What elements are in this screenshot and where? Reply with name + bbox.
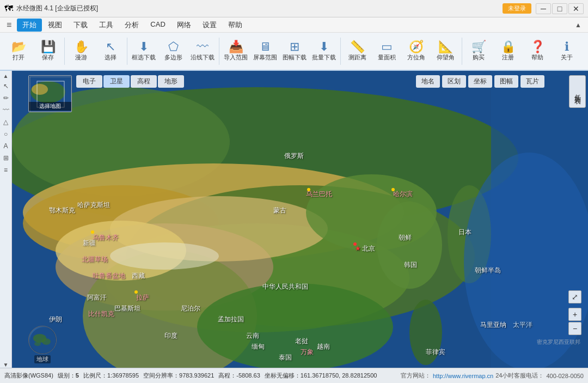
- statusbar-website: 官方网站： http://www.rivermap.cn 24小时客服电话： 4…: [401, 372, 584, 380]
- titlebar: 🗺 水经微图 4.1 [企业版已授权] 未登录 ─ □ ✕: [0, 0, 588, 17]
- menu-item-network[interactable]: 网络: [171, 19, 197, 32]
- toolbar-btn-line-download[interactable]: 〰沿线下载: [188, 35, 217, 67]
- toolbar-btn-polygon[interactable]: ⬠多边形: [159, 35, 187, 67]
- map-right-tab-地名[interactable]: 地名: [416, 75, 440, 88]
- map-type-tabs: 电子卫星高程地形: [76, 75, 184, 88]
- sidebar-tool-circle[interactable]: ○: [1, 129, 11, 139]
- toolbar-btn-about[interactable]: ℹ关于: [553, 35, 581, 67]
- sidebar-scroll-up[interactable]: ▲: [3, 73, 9, 79]
- toolbar-label-measure-dist: 测距离: [348, 54, 366, 61]
- maximize-button[interactable]: □: [552, 3, 567, 14]
- map-right-tab-坐标[interactable]: 坐标: [468, 75, 492, 88]
- toolbar: 📂打开💾保存✋漫游↖选择⬇框选下载⬠多边形〰沿线下载📥导入范围🖥屏幕范围⊞图幅下…: [0, 33, 588, 71]
- sidebar-tool-line[interactable]: 〰: [1, 105, 11, 115]
- menu-item-help[interactable]: 帮助: [223, 19, 248, 32]
- scale-info: 比例尺：1:36978595: [83, 372, 139, 380]
- toolbar-btn-measure-area[interactable]: ▭量面积: [372, 35, 401, 67]
- zoom-out-button[interactable]: −: [568, 322, 581, 335]
- toolbar-icon-pan: ✋: [74, 41, 89, 53]
- toolbar-btn-screen-range[interactable]: 🖥屏幕范围: [251, 35, 279, 67]
- map-type-tab-电子[interactable]: 电子: [76, 75, 102, 88]
- toolbar-label-line-download: 沿线下载: [191, 54, 215, 61]
- service-label: 24小时客服电话：: [495, 372, 544, 380]
- toolbar-btn-select[interactable]: ↖选择: [96, 35, 125, 67]
- minimap-label: 选择地图: [29, 102, 71, 111]
- map-type-tab-高程[interactable]: 高程: [131, 75, 157, 88]
- toolbar-label-frame-width: 图幅下载: [283, 54, 307, 61]
- map-right-tab-瓦片[interactable]: 瓦片: [520, 75, 544, 88]
- toolbar-icon-line-download: 〰: [197, 41, 209, 53]
- sidebar-tool-text[interactable]: A: [1, 141, 11, 151]
- toolbar-label-select: 选择: [105, 54, 117, 61]
- menu-item-analyze[interactable]: 分析: [119, 19, 144, 32]
- map-type-tab-地形[interactable]: 地形: [158, 75, 184, 88]
- sidebar-tool-cursor[interactable]: ↖: [1, 81, 11, 91]
- toolbar-btn-save[interactable]: 💾保存: [34, 35, 62, 67]
- toolbar-btn-register[interactable]: 🔒注册: [494, 35, 522, 67]
- menu-item-start[interactable]: 开始: [17, 19, 42, 32]
- toolbar-btn-azimuth[interactable]: 🧭方位角: [402, 35, 430, 67]
- toolbar-label-about: 关于: [561, 54, 573, 61]
- toolbar-label-azimuth: 方位角: [407, 54, 425, 61]
- toolbar-label-box-download: 框选下载: [132, 54, 156, 61]
- toolbar-icon-box-download: ⬇: [139, 41, 149, 53]
- sidebar-tool-triangle[interactable]: △: [1, 117, 11, 127]
- menu-item-tools[interactable]: 工具: [94, 19, 119, 32]
- menubar: ≡ 开始视图下载工具分析CAD网络设置帮助 ▲: [0, 17, 588, 33]
- toolbar-btn-measure-dist[interactable]: 📏测距离: [343, 35, 371, 67]
- menu-item-view[interactable]: 视图: [42, 19, 68, 32]
- login-button[interactable]: 未登录: [503, 3, 531, 14]
- map-right-tab-区划[interactable]: 区划: [442, 75, 466, 88]
- toolbar-btn-box-download[interactable]: ⬇框选下载: [130, 35, 158, 67]
- toolbar-separator: [127, 38, 127, 65]
- menu-item-settings[interactable]: 设置: [197, 19, 222, 32]
- toolbar-btn-frame-width[interactable]: ⊞图幅下载: [280, 35, 309, 67]
- toolbar-label-help: 帮助: [531, 54, 543, 61]
- toolbar-label-pitch-angle: 仰望角: [437, 54, 455, 61]
- minimap[interactable]: 选择地图: [28, 75, 72, 112]
- globe-minimap[interactable]: 地球: [28, 326, 57, 363]
- toolbar-icon-measure-dist: 📏: [350, 41, 365, 53]
- minimize-button[interactable]: ─: [536, 3, 551, 14]
- toolbar-separator: [462, 38, 462, 65]
- toolbar-icon-screen-range: 🖥: [259, 41, 271, 53]
- map-type-tab-卫星[interactable]: 卫星: [103, 75, 130, 88]
- globe-label: 地球: [34, 355, 51, 363]
- sidebar-tool-layers[interactable]: ≡: [1, 165, 11, 175]
- toolbar-btn-pitch-angle[interactable]: 📐仰望角: [431, 35, 460, 67]
- image-info: 高清影像(WGS84): [4, 372, 53, 380]
- sidebar-tool-grid[interactable]: ⊞: [1, 153, 11, 163]
- toolbar-btn-import-range[interactable]: 📥导入范围: [222, 35, 250, 67]
- hamburger-menu[interactable]: ≡: [2, 18, 16, 32]
- map-dot-2: [391, 188, 395, 191]
- map-container[interactable]: 俄罗斯蒙古乌兰巴托中华人民共和国北京朝鲜韩国日本菲律宾印度尼泊尔西藏新疆哈萨克斯…: [12, 71, 588, 368]
- map-copyright: 密克罗尼西亚联邦: [537, 338, 580, 346]
- left-sidebar: ▲ ↖ ✏ 〰 △ ○ A ⊞ ≡ ▼: [0, 71, 12, 368]
- toolbar-btn-open[interactable]: 📂打开: [4, 35, 33, 67]
- map-dot-4: [134, 290, 138, 294]
- app-icon: 🗺 水经微图 4.1 [企业版已授权]: [4, 4, 98, 14]
- sidebar-scroll-down[interactable]: ▼: [3, 362, 9, 368]
- toolbar-separator: [219, 38, 219, 65]
- toolbar-btn-pan[interactable]: ✋漫游: [67, 35, 95, 67]
- collapse-button[interactable]: ▲: [571, 19, 586, 31]
- svg-point-15: [110, 242, 219, 270]
- zoom-in-button[interactable]: +: [568, 308, 581, 321]
- map-right-tab-图幅[interactable]: 图幅: [494, 75, 518, 88]
- toolbar-btn-buy[interactable]: 🛒购买: [464, 35, 493, 67]
- website-link[interactable]: http://www.rivermap.cn: [433, 373, 493, 379]
- svg-point-27: [34, 342, 41, 346]
- toolbar-btn-help[interactable]: ❓帮助: [523, 35, 552, 67]
- task-list-button[interactable]: 任务列表: [569, 75, 586, 108]
- menu-item-cad[interactable]: CAD: [145, 19, 170, 32]
- toolbar-label-screen-range: 屏幕范围: [253, 54, 277, 61]
- toolbar-icon-frame-width: ⊞: [290, 41, 299, 53]
- toolbar-label-batch-download: 批量下载: [312, 54, 336, 61]
- toolbar-label-import-range: 导入范围: [224, 54, 248, 61]
- menu-items: 开始视图下载工具分析CAD网络设置帮助: [17, 19, 569, 32]
- toolbar-btn-batch-download[interactable]: ⬇批量下载: [310, 35, 338, 67]
- menu-item-download[interactable]: 下载: [68, 19, 93, 32]
- close-button[interactable]: ✕: [568, 3, 584, 14]
- sidebar-tool-pencil[interactable]: ✏: [1, 93, 11, 103]
- zoom-expand-button[interactable]: ⤢: [568, 290, 581, 303]
